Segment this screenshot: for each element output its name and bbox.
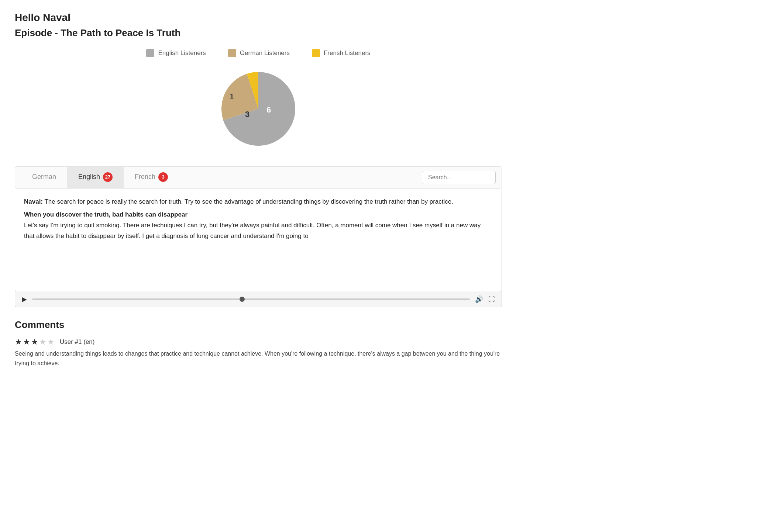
tab-french-label: French	[135, 173, 155, 181]
french-swatch	[312, 49, 320, 57]
legend-french-label: Frensh Listeners	[324, 49, 371, 57]
audio-player: ▶ 🔊 ⛶	[15, 291, 502, 307]
legend-french: Frensh Listeners	[312, 49, 371, 57]
comment-text: Seeing and understanding things leads to…	[15, 349, 502, 368]
transcript-box: Naval: The search for peace is really th…	[15, 189, 502, 292]
chart-legend: English Listeners German Listeners Frens…	[15, 49, 502, 57]
tabs-container: German English 27 French 3	[15, 166, 502, 189]
tab-english-badge: 27	[103, 172, 113, 182]
fullscreen-icon[interactable]: ⛶	[488, 296, 495, 303]
legend-english: English Listeners	[146, 49, 206, 57]
star-2: ★	[23, 337, 30, 347]
german-label: 1	[230, 93, 234, 100]
french-label: 3	[245, 110, 249, 119]
progress-bar[interactable]	[32, 298, 470, 300]
transcript-bold: When you discover the truth, bad habits …	[24, 210, 493, 220]
episode-title: Episode - The Path to Peace Is Truth	[15, 27, 502, 39]
legend-english-label: English Listeners	[158, 49, 206, 57]
english-swatch	[146, 49, 154, 57]
tab-english-label: English	[78, 173, 100, 181]
legend-german-label: German Listeners	[240, 49, 290, 57]
transcript-content: Naval: The search for peace is really th…	[24, 197, 493, 242]
star-4: ★	[39, 337, 47, 347]
legend-german: German Listeners	[228, 49, 290, 57]
tab-german-label: German	[32, 173, 56, 181]
tab-french-badge: 3	[158, 172, 168, 182]
transcript-text1: The search for peace is really the searc…	[43, 198, 453, 205]
tab-german[interactable]: German	[21, 167, 67, 188]
comment-user: User #1 (en)	[60, 338, 94, 346]
star-5: ★	[47, 337, 55, 347]
page-greeting: Hello Naval	[15, 12, 502, 24]
play-button[interactable]: ▶	[22, 295, 27, 303]
search-input[interactable]	[422, 171, 496, 184]
tab-french[interactable]: French 3	[124, 167, 179, 188]
english-label: 6	[266, 105, 271, 114]
transcript-speaker: Naval:	[24, 198, 43, 205]
comments-section: Comments ★ ★ ★ ★ ★ User #1 (en) Seeing a…	[15, 319, 502, 368]
star-1: ★	[15, 337, 22, 347]
transcript-text2: Let's say I'm trying to quit smoking. Th…	[24, 222, 481, 239]
star-3: ★	[31, 337, 38, 347]
volume-icon[interactable]: 🔊	[475, 295, 483, 303]
pie-chart: 6 1 3	[214, 65, 303, 153]
pie-chart-container: 6 1 3	[15, 65, 502, 153]
progress-handle[interactable]	[240, 297, 245, 302]
comment-header: ★ ★ ★ ★ ★ User #1 (en)	[15, 337, 502, 347]
comments-title: Comments	[15, 319, 502, 331]
comment-item: ★ ★ ★ ★ ★ User #1 (en) Seeing and unders…	[15, 337, 502, 368]
tab-english[interactable]: English 27	[67, 167, 124, 188]
german-swatch	[228, 49, 236, 57]
comment-stars: ★ ★ ★ ★ ★	[15, 337, 55, 347]
